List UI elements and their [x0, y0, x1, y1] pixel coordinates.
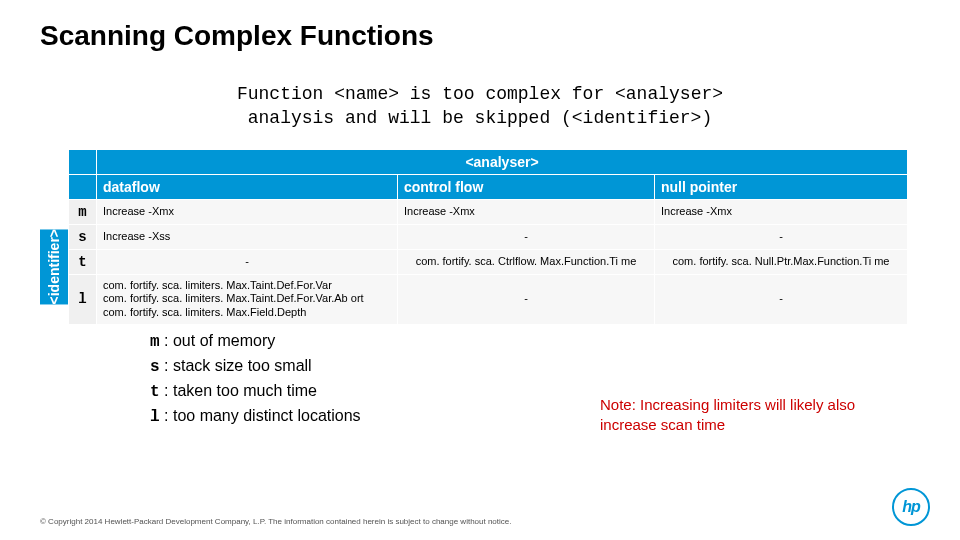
table-row: m Increase -Xmx Increase -Xmx Increase -…	[69, 199, 908, 224]
cell: -	[654, 224, 907, 249]
cell: com. fortify. sca. Ctrlflow. Max.Functio…	[397, 249, 654, 274]
cell: -	[654, 274, 907, 324]
cell: -	[397, 224, 654, 249]
cell: -	[97, 249, 398, 274]
copyright-footer: © Copyright 2014 Hewlett-Packard Develop…	[40, 517, 512, 526]
legend-item: m : out of memory	[150, 329, 960, 354]
identifier-axis-label: <identifier>	[40, 229, 68, 304]
table-row: t - com. fortify. sca. Ctrlflow. Max.Fun…	[69, 249, 908, 274]
cell: -	[397, 274, 654, 324]
col-controlflow: control flow	[397, 174, 654, 199]
analyser-table: <analyser> dataflow control flow null po…	[68, 149, 908, 325]
legend-item: s : stack size too small	[150, 354, 960, 379]
legend-text: : stack size too small	[160, 357, 312, 374]
legend-text: : too many distinct locations	[160, 407, 361, 424]
row-id-m: m	[69, 199, 97, 224]
table-row: s Increase -Xss - -	[69, 224, 908, 249]
note-text: Note: Increasing limiters will likely al…	[600, 395, 900, 434]
legend-code: m	[150, 333, 160, 351]
warning-line1: Function <name> is too complex for <anal…	[0, 82, 960, 106]
row-id-s: s	[69, 224, 97, 249]
cell: Increase -Xss	[97, 224, 398, 249]
cell: com. fortify. sca. limiters. Max.Taint.D…	[97, 274, 398, 324]
slide-title: Scanning Complex Functions	[0, 0, 960, 52]
warning-line2: analysis and will be skipped (<identifie…	[0, 106, 960, 130]
hp-logo-icon: hp	[892, 488, 930, 526]
legend-code: s	[150, 358, 160, 376]
cell: Increase -Xmx	[97, 199, 398, 224]
row-id-l: l	[69, 274, 97, 324]
table-row: l com. fortify. sca. limiters. Max.Taint…	[69, 274, 908, 324]
warning-message: Function <name> is too complex for <anal…	[0, 82, 960, 131]
legend-code: l	[150, 408, 160, 426]
legend-code: t	[150, 383, 160, 401]
row-id-t: t	[69, 249, 97, 274]
content-area: <identifier> <analyser> dataflow control…	[40, 149, 960, 325]
table-super-header: <analyser>	[97, 149, 908, 174]
col-dataflow: dataflow	[97, 174, 398, 199]
cell: Increase -Xmx	[397, 199, 654, 224]
legend-text: : out of memory	[160, 332, 276, 349]
cell: com. fortify. sca. Null.Ptr.Max.Function…	[654, 249, 907, 274]
col-nullpointer: null pointer	[654, 174, 907, 199]
cell: Increase -Xmx	[654, 199, 907, 224]
legend-text: : taken too much time	[160, 382, 317, 399]
